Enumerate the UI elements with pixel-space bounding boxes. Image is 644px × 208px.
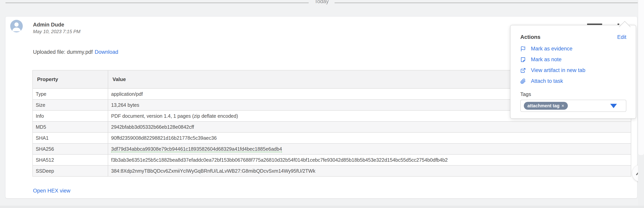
menu-item-label: Attach to task: [531, 78, 563, 84]
hidden-toolbar-icon-fragment: [587, 24, 602, 25]
menu-item-mark-as-evidence[interactable]: Mark as evidence: [520, 43, 626, 54]
property-cell: Info: [32, 110, 108, 122]
menu-item-label: Mark as evidence: [531, 46, 572, 52]
tag-pill: attachment tag ×: [524, 102, 568, 110]
value-cell: 2942bfabb3d05332b66eb128e0842cff: [108, 122, 631, 132]
value-cell: 90ffd2359008d82298821d16b21778c5c39aec36: [108, 132, 631, 144]
menu-item-label: View artifact in new tab: [531, 67, 585, 74]
menu-item-view-artifact[interactable]: View artifact in new tab: [520, 65, 626, 76]
table-row: SHA256 3df79d34abbca99308e79cb94461c1893…: [32, 144, 631, 154]
property-cell: Size: [32, 100, 108, 110]
column-header-property: Property: [32, 70, 108, 88]
sha256-link[interactable]: 3df79d34abbca99308e79cb94461c1893582604d…: [111, 146, 282, 152]
value-cell: f3b3ab3e6351e25b5c1882bea8d37efaddc0ea72…: [108, 154, 631, 166]
download-link[interactable]: Download: [95, 49, 118, 55]
edit-link[interactable]: Edit: [617, 34, 626, 40]
actions-popup: Actions Edit Mark as evidence Mark as no…: [510, 25, 636, 119]
divider-line-right: [334, 2, 638, 3]
table-row: SHA512 f3b3ab3e6351e25b5c1882bea8d37efad…: [32, 154, 631, 166]
note-icon: [520, 57, 526, 62]
avatar: [10, 20, 23, 32]
table-row: SSDeep 384:8Xdp2nmyTBbQDcv6ZxmiiYcIWyGqB…: [32, 166, 631, 176]
property-cell: SHA256: [32, 144, 108, 154]
author-name: Admin Dude: [33, 22, 64, 28]
property-cell: MD5: [32, 122, 108, 132]
today-divider: Today: [6, 0, 638, 9]
divider-line-left: [6, 2, 309, 3]
property-cell: SHA1: [32, 132, 108, 144]
open-hex-view-link[interactable]: Open HEX view: [33, 188, 70, 194]
tag-label: attachment tag: [527, 103, 560, 108]
user-icon: [10, 20, 23, 32]
property-cell: SSDeep: [32, 166, 108, 176]
upload-text: Uploaded file: dummy.pdf: [33, 49, 93, 55]
table-row: SHA1 90ffd2359008d82298821d16b21778c5c39…: [32, 132, 631, 144]
tags-label: Tags: [520, 91, 626, 97]
menu-item-attach-to-task[interactable]: Attach to task: [520, 76, 626, 86]
menu-item-label: Mark as note: [531, 56, 562, 62]
dropdown-caret-icon[interactable]: [610, 104, 617, 108]
divider-label: Today: [309, 0, 334, 4]
property-cell: SHA512: [32, 154, 108, 166]
value-cell: 384:8Xdp2nmyTBbQDcv6ZxmiiYcIWyGqBRnfU/La…: [108, 166, 631, 176]
vertical-scrollbar-thumb[interactable]: [638, 0, 644, 155]
property-cell: Type: [32, 88, 108, 100]
tags-select[interactable]: attachment tag ×: [520, 100, 626, 112]
external-link-icon: [520, 68, 526, 73]
vertical-scrollbar[interactable]: [638, 0, 644, 208]
flag-icon: [520, 46, 526, 52]
paperclip-icon: [520, 78, 526, 84]
horizontal-scrollbar[interactable]: [0, 206, 644, 208]
menu-item-mark-as-note[interactable]: Mark as note: [520, 54, 626, 65]
tag-remove-icon[interactable]: ×: [562, 103, 564, 108]
popup-title: Actions: [520, 34, 540, 40]
timestamp: May 10, 2023 7:15 PM: [33, 29, 80, 34]
table-row: MD5 2942bfabb3d05332b66eb128e0842cff: [32, 122, 631, 132]
hidden-toolbar-icon-fragment: [618, 24, 619, 25]
